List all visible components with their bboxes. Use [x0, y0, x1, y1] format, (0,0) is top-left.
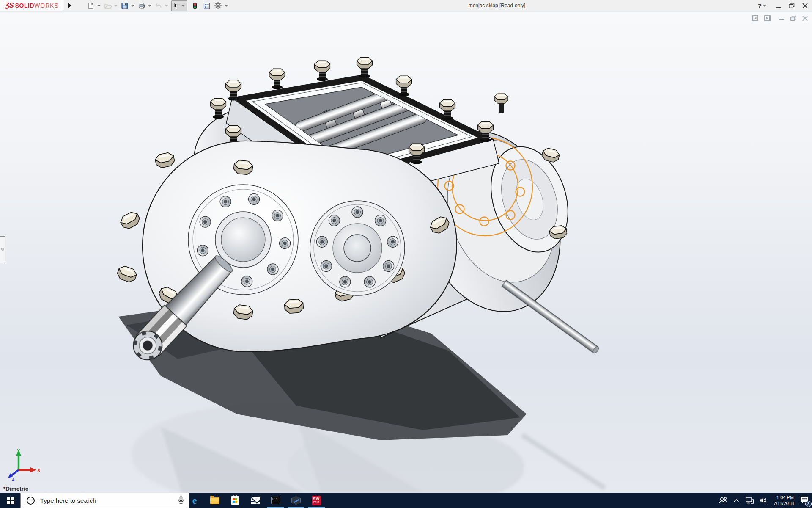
- document-title: menjac sklop [Read-only]: [469, 3, 526, 8]
- print-dropdown[interactable]: [148, 5, 151, 7]
- view-orientation-label: *Dimetric: [3, 486, 28, 492]
- command-prompt-icon: C:\_: [271, 497, 280, 504]
- rebuild-button[interactable]: [191, 1, 199, 11]
- open-icon: [104, 2, 112, 10]
- edge-button[interactable]: e: [184, 493, 205, 508]
- clock-date: 7/11/2018: [774, 500, 794, 506]
- tab-handle-dot: [1, 248, 4, 251]
- logo-mark: ƷS: [5, 1, 14, 10]
- graphics-area[interactable]: Y X Z *Dimetric: [0, 12, 812, 493]
- pane-collapse-left-button[interactable]: [752, 15, 758, 21]
- undo-button[interactable]: [154, 1, 163, 11]
- save-icon: [121, 2, 129, 10]
- taskbar-app-icons: e C:\_ SW 2017: [164, 493, 326, 508]
- network-icon[interactable]: [745, 497, 754, 504]
- menu-flyout-arrow[interactable]: [68, 3, 71, 8]
- file-properties-icon: [203, 2, 211, 10]
- taskbar-clock[interactable]: 1:04 PM 7/11/2018: [774, 494, 794, 507]
- pane-collapse-right-button[interactable]: [764, 15, 771, 21]
- feature-tree-collapsed-tab[interactable]: [0, 236, 5, 263]
- select-tool-button[interactable]: [172, 1, 180, 11]
- doc-close-button[interactable]: [802, 16, 808, 21]
- triad-y-label: Y: [17, 448, 20, 453]
- windows-taskbar: Type here to search e C:\: [0, 493, 812, 508]
- print-button[interactable]: [137, 1, 146, 11]
- store-button[interactable]: [225, 493, 245, 508]
- mail-button[interactable]: [245, 493, 266, 508]
- volume-icon[interactable]: [760, 497, 768, 504]
- hex-app-icon: [291, 496, 301, 505]
- thin-shaft: [502, 280, 600, 354]
- cortana-icon[interactable]: [27, 497, 35, 505]
- edge-icon: e: [192, 495, 197, 506]
- new-document-icon: [87, 2, 95, 10]
- start-button[interactable]: [0, 493, 20, 508]
- notification-badge: 3: [805, 501, 812, 507]
- close-button[interactable]: [802, 3, 808, 8]
- clock-time: 1:04 PM: [774, 494, 794, 500]
- save-button[interactable]: [121, 1, 129, 11]
- gearbox-3d-model: [0, 12, 812, 493]
- options-gear-icon: [214, 2, 222, 10]
- quick-access-toolbar: [87, 0, 230, 11]
- print-icon: [138, 2, 145, 10]
- output-flange: [310, 201, 405, 295]
- options-button[interactable]: [214, 1, 222, 11]
- save-dropdown[interactable]: [131, 5, 134, 7]
- window-controls: ?: [758, 0, 808, 11]
- help-button[interactable]: ?: [758, 2, 762, 9]
- action-center-button[interactable]: 3: [800, 496, 809, 505]
- undo-icon: [155, 2, 162, 10]
- rebuild-traffic-light-icon: [191, 2, 199, 10]
- open-dropdown[interactable]: [114, 5, 118, 7]
- select-cursor-icon: [172, 2, 180, 10]
- file-explorer-icon: [210, 497, 219, 504]
- task-view-button[interactable]: [164, 493, 184, 508]
- windows-logo-icon: [7, 497, 14, 504]
- file-properties-button[interactable]: [203, 1, 211, 11]
- doc-minimize-button[interactable]: [779, 16, 785, 21]
- command-prompt-button[interactable]: C:\_: [266, 493, 286, 508]
- new-document-button[interactable]: [87, 1, 95, 11]
- hidden-icons-chevron[interactable]: [733, 499, 739, 502]
- title-bar: ƷS SOLIDWORKS: [0, 0, 812, 11]
- restore-button[interactable]: [789, 3, 795, 8]
- people-icon[interactable]: [719, 497, 727, 504]
- new-dropdown[interactable]: [97, 5, 101, 7]
- hex-app-button[interactable]: [286, 493, 306, 508]
- task-view-icon: [170, 497, 178, 504]
- minimize-button[interactable]: [776, 3, 781, 8]
- solidworks-taskbar-button[interactable]: SW 2017: [306, 493, 326, 508]
- options-dropdown[interactable]: [225, 5, 228, 7]
- help-dropdown[interactable]: [763, 5, 766, 7]
- orientation-triad: Y X Z: [6, 448, 41, 481]
- select-dropdown[interactable]: [181, 5, 185, 7]
- search-placeholder: Type here to search: [40, 497, 178, 504]
- open-button[interactable]: [104, 1, 112, 11]
- file-explorer-button[interactable]: [205, 493, 225, 508]
- solidworks-logo: ƷS SOLIDWORKS: [0, 0, 64, 11]
- system-tray: 1:04 PM 7/11/2018 3: [719, 493, 812, 508]
- triad-x-label: X: [37, 468, 41, 473]
- solidworks-2017-icon: SW 2017: [312, 496, 321, 505]
- undo-dropdown[interactable]: [165, 5, 168, 7]
- triad-z-label: Z: [12, 477, 14, 481]
- mail-icon: [251, 497, 260, 504]
- document-window-controls: [752, 15, 808, 21]
- store-icon: [231, 496, 239, 505]
- doc-restore-button[interactable]: [790, 16, 796, 21]
